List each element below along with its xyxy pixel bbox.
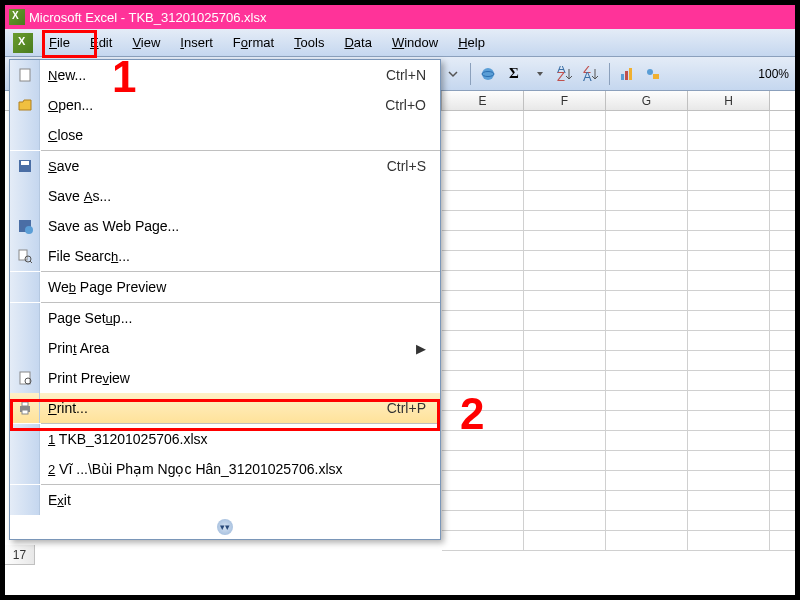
cell[interactable] xyxy=(442,511,524,530)
menu-item-pagesetup[interactable]: Page Setup... xyxy=(10,303,440,333)
cell[interactable] xyxy=(524,231,606,250)
cell[interactable] xyxy=(442,371,524,390)
menu-item-open[interactable]: Open... Ctrl+O xyxy=(10,90,440,120)
row-header-17[interactable]: 17 xyxy=(5,545,34,565)
menu-window[interactable]: Window xyxy=(382,31,448,54)
cell[interactable] xyxy=(688,211,770,230)
menu-item-recent2[interactable]: 2 Vĩ ...\Bùi Phạm Ngọc Hân_31201025706.x… xyxy=(10,454,440,484)
menu-format[interactable]: Format xyxy=(223,31,284,54)
cell[interactable] xyxy=(524,151,606,170)
menu-item-close[interactable]: Close xyxy=(10,120,440,150)
cell[interactable] xyxy=(442,151,524,170)
menu-item-exit[interactable]: Exit xyxy=(10,485,440,515)
cell[interactable] xyxy=(524,131,606,150)
cell[interactable] xyxy=(442,471,524,490)
cell[interactable] xyxy=(606,331,688,350)
cell[interactable] xyxy=(606,531,688,550)
cell[interactable] xyxy=(442,531,524,550)
cell[interactable] xyxy=(688,371,770,390)
link-icon[interactable] xyxy=(476,62,500,86)
cell[interactable] xyxy=(688,411,770,430)
cell[interactable] xyxy=(442,231,524,250)
cell[interactable] xyxy=(606,391,688,410)
cell[interactable] xyxy=(688,391,770,410)
cell[interactable] xyxy=(524,171,606,190)
cell[interactable] xyxy=(688,311,770,330)
cell[interactable] xyxy=(524,371,606,390)
sort-desc-icon[interactable]: ZA xyxy=(580,62,604,86)
cell[interactable] xyxy=(606,471,688,490)
menu-insert[interactable]: Insert xyxy=(170,31,223,54)
cell[interactable] xyxy=(606,311,688,330)
cell[interactable] xyxy=(442,331,524,350)
cell[interactable] xyxy=(442,191,524,210)
cell[interactable] xyxy=(442,451,524,470)
chart-wizard-icon[interactable] xyxy=(615,62,639,86)
cell[interactable] xyxy=(442,171,524,190)
cell[interactable] xyxy=(688,451,770,470)
cell[interactable] xyxy=(524,511,606,530)
cell[interactable] xyxy=(606,371,688,390)
cell[interactable] xyxy=(442,291,524,310)
menu-item-printpreview[interactable]: Print Preview xyxy=(10,363,440,393)
cell[interactable] xyxy=(606,211,688,230)
cell[interactable] xyxy=(606,511,688,530)
menu-data[interactable]: Data xyxy=(334,31,381,54)
cell[interactable] xyxy=(688,511,770,530)
cell[interactable] xyxy=(688,231,770,250)
cell[interactable] xyxy=(606,131,688,150)
cell[interactable] xyxy=(524,111,606,130)
cell[interactable] xyxy=(442,351,524,370)
cell[interactable] xyxy=(442,131,524,150)
cell[interactable] xyxy=(606,191,688,210)
cell[interactable] xyxy=(442,251,524,270)
cell[interactable] xyxy=(606,431,688,450)
cell[interactable] xyxy=(524,271,606,290)
menu-tools[interactable]: Tools xyxy=(284,31,334,54)
cell[interactable] xyxy=(524,411,606,430)
menu-item-saveas[interactable]: Save As... xyxy=(10,181,440,211)
cell[interactable] xyxy=(688,151,770,170)
cell[interactable] xyxy=(606,411,688,430)
col-header-h[interactable]: H xyxy=(688,91,770,110)
cell[interactable] xyxy=(688,271,770,290)
menu-expand-button[interactable]: ▾▾ xyxy=(10,515,440,539)
cell[interactable] xyxy=(606,271,688,290)
cell[interactable] xyxy=(524,211,606,230)
menu-help[interactable]: Help xyxy=(448,31,495,54)
sum-icon[interactable]: Σ xyxy=(502,62,526,86)
cell[interactable] xyxy=(524,471,606,490)
menu-item-webpreview[interactable]: Web Page Preview xyxy=(10,272,440,302)
cell[interactable] xyxy=(688,291,770,310)
cell[interactable] xyxy=(688,331,770,350)
cell[interactable] xyxy=(524,531,606,550)
cell[interactable] xyxy=(524,191,606,210)
col-header-e[interactable]: E xyxy=(442,91,524,110)
cell[interactable] xyxy=(442,491,524,510)
cell[interactable] xyxy=(524,491,606,510)
cell[interactable] xyxy=(688,531,770,550)
drawing-icon[interactable] xyxy=(641,62,665,86)
menu-item-new[interactable]: New... Ctrl+N xyxy=(10,60,440,90)
cell[interactable] xyxy=(442,211,524,230)
cell[interactable] xyxy=(524,431,606,450)
cell[interactable] xyxy=(524,451,606,470)
cell[interactable] xyxy=(688,431,770,450)
cell[interactable] xyxy=(606,231,688,250)
cell[interactable] xyxy=(524,251,606,270)
cell[interactable] xyxy=(606,451,688,470)
cell[interactable] xyxy=(688,131,770,150)
cell[interactable] xyxy=(688,111,770,130)
cell[interactable] xyxy=(606,351,688,370)
cell[interactable] xyxy=(688,191,770,210)
cell[interactable] xyxy=(606,171,688,190)
menu-item-savewebpage[interactable]: Save as Web Page... xyxy=(10,211,440,241)
zoom-control[interactable]: 100% xyxy=(758,67,789,81)
workbook-icon[interactable] xyxy=(13,33,33,53)
dropdown-arrow-icon[interactable] xyxy=(528,62,552,86)
cell[interactable] xyxy=(442,271,524,290)
col-header-g[interactable]: G xyxy=(606,91,688,110)
cell[interactable] xyxy=(442,111,524,130)
chevron-down-icon[interactable] xyxy=(441,62,465,86)
cell[interactable] xyxy=(688,251,770,270)
